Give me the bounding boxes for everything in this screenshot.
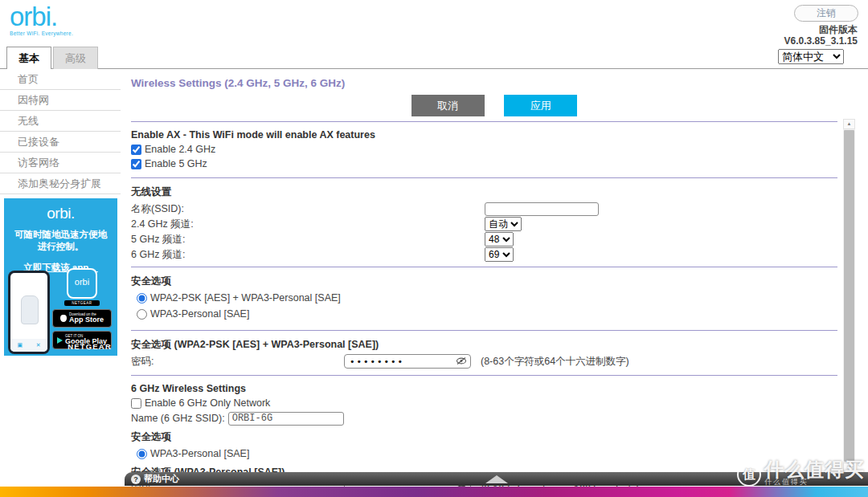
sidebar: 首页 因特网 无线 已接设备 访客网络 添加奥秘分身扩展 orbi. 可随时随地… bbox=[0, 69, 121, 486]
wireless-settings-form: Enable AX - This WiFi mode will enable A… bbox=[131, 121, 837, 497]
tab-advanced[interactable]: 高级 bbox=[53, 47, 98, 69]
channel-5-row: 5 GHz 频道: 48 bbox=[131, 232, 837, 246]
promo-text: 可随时随地迅速方便地 进行控制。 bbox=[4, 229, 117, 253]
scrollbar-thumb[interactable] bbox=[844, 130, 854, 462]
app-store-badge[interactable]: Download on the App Store bbox=[52, 309, 112, 328]
tab-bar: 基本高级 简体中文 bbox=[0, 46, 868, 69]
wpa2-wpa3-radio[interactable] bbox=[137, 293, 147, 303]
firmware-version: V6.0.3.85_3.1.15 bbox=[784, 35, 858, 47]
orbi-app-promo-banner: orbi. 可随时随地迅速方便地 进行控制。 立即下载该 app。 ▣✕ orb… bbox=[4, 198, 117, 356]
tab-basic[interactable]: 基本 bbox=[6, 47, 51, 70]
6ghz-only-row: Enable 6 GHz Only Network bbox=[131, 397, 837, 409]
page-title: Wireless Settings (2.4 GHz, 5 GHz, 6 GHz… bbox=[131, 77, 868, 89]
sidebar-item-internet[interactable]: 因特网 bbox=[0, 90, 121, 111]
orbi-logo-text: orbi. bbox=[10, 3, 73, 31]
6ghz-wpa3-radio-row: WPA3-Personal [SAE] bbox=[137, 446, 837, 461]
6ghz-security-heading: 安全选项 bbox=[131, 430, 837, 444]
channel-24-select[interactable]: 自动 bbox=[485, 217, 522, 231]
orbi-app-icon: orbi bbox=[67, 268, 97, 299]
scroll-to-top-icon[interactable] bbox=[485, 475, 508, 483]
sidebar-item-home[interactable]: 首页 bbox=[0, 69, 121, 90]
sidebar-item-guest-network[interactable]: 访客网络 bbox=[0, 153, 121, 173]
firmware-label: 固件版本 bbox=[784, 24, 858, 35]
question-mark-icon: ? bbox=[131, 475, 141, 484]
6ghz-ssid-input[interactable] bbox=[228, 412, 344, 426]
6ghz-wpa3-radio[interactable] bbox=[137, 449, 147, 459]
netgear-brand: NETGEAR bbox=[68, 342, 112, 351]
logout-button[interactable]: 注销 bbox=[794, 5, 858, 22]
enable-5ghz-checkbox[interactable] bbox=[131, 159, 141, 169]
promo-orbi-logo: orbi. bbox=[4, 205, 117, 222]
google-play-icon bbox=[57, 337, 63, 344]
help-bar: ? 帮助中心 bbox=[125, 472, 868, 486]
help-center-label: 帮助中心 bbox=[144, 473, 179, 485]
orbi-logo: orbi. Better WiFi. Everywhere. bbox=[10, 3, 73, 36]
wpa2-password-heading: 安全选项 (WPA2-PSK [AES] + WPA3-Personal [SA… bbox=[131, 338, 837, 352]
scrollbar-up-icon[interactable]: ▲ bbox=[843, 119, 855, 129]
enable-5ghz-row: Enable 5 GHz bbox=[131, 157, 837, 170]
wpa3-radio-row: WPA3-Personal [SAE] bbox=[137, 307, 837, 321]
channel-5-label: 5 GHz 频道: bbox=[131, 233, 485, 246]
password-visibility-icon[interactable] bbox=[456, 356, 467, 368]
enable-ax-heading: Enable AX - This WiFi mode will enable A… bbox=[131, 129, 837, 141]
header: orbi. Better WiFi. Everywhere. 注销 固件版本 V… bbox=[0, 0, 868, 46]
divider bbox=[131, 177, 837, 178]
wpa2-wpa3-radio-row: WPA2-PSK [AES] + WPA3-Personal [SAE] bbox=[137, 291, 837, 305]
firmware-info: 固件版本 V6.0.3.85_3.1.15 bbox=[784, 24, 858, 47]
6ghz-ssid-label: Name (6 GHz SSID): bbox=[131, 413, 225, 424]
phone-illustration: ▣✕ bbox=[8, 271, 50, 354]
logo-tagline: Better WiFi. Everywhere. bbox=[10, 31, 73, 36]
channel-6-select[interactable]: 69 bbox=[485, 247, 514, 262]
divider bbox=[131, 330, 837, 331]
sidebar-item-wireless[interactable]: 无线 bbox=[0, 111, 121, 132]
ssid-input[interactable] bbox=[485, 202, 599, 216]
apple-icon bbox=[60, 315, 67, 322]
cancel-button[interactable]: 取消 bbox=[411, 95, 485, 116]
divider bbox=[131, 375, 837, 376]
channel-6-label: 6 GHz 频道: bbox=[131, 248, 485, 262]
help-center-button[interactable]: ? 帮助中心 bbox=[131, 473, 179, 485]
apply-button[interactable]: 应用 bbox=[504, 95, 577, 116]
channel-5-select[interactable]: 48 bbox=[485, 232, 514, 246]
wireless-settings-heading: 无线设置 bbox=[131, 185, 837, 199]
password1-label: 密码: bbox=[131, 355, 344, 369]
app-icon-netgear-label: NETGEAR bbox=[64, 300, 100, 306]
divider bbox=[131, 267, 837, 267]
6ghz-ssid-row: Name (6 GHz SSID): bbox=[131, 411, 837, 426]
channel-6-row: 6 GHz 频道: 69 bbox=[131, 247, 837, 262]
channel-24-row: 2.4 GHz 频道: 自动 bbox=[131, 217, 837, 231]
6ghz-only-checkbox[interactable] bbox=[131, 398, 141, 409]
promo-bottom: ▣✕ orbi NETGEAR Download on the App Stor… bbox=[4, 266, 117, 356]
divider bbox=[131, 121, 837, 122]
ssid-label: 名称(SSID): bbox=[131, 202, 485, 216]
sidebar-item-attached-devices[interactable]: 已接设备 bbox=[0, 132, 121, 153]
channel-24-label: 2.4 GHz 频道: bbox=[131, 218, 485, 231]
main-content: Wireless Settings (2.4 GHz, 5 GHz, 6 GHz… bbox=[121, 69, 868, 472]
enable-24ghz-checkbox[interactable] bbox=[131, 145, 141, 155]
password1-input[interactable] bbox=[344, 354, 471, 369]
ssid-row: 名称(SSID): bbox=[131, 202, 837, 216]
rainbow-footer-stripe bbox=[0, 487, 868, 497]
password1-row: 密码: (8-63个字符或64个十六进制数字) bbox=[131, 354, 837, 369]
language-select[interactable]: 简体中文 bbox=[778, 49, 844, 64]
security-options-heading: 安全选项 bbox=[131, 275, 837, 288]
content-scrollbar[interactable]: ▲ ▼ bbox=[843, 119, 855, 473]
enable-24ghz-row: Enable 2.4 GHz bbox=[131, 143, 837, 156]
6ghz-settings-heading: 6 GHz Wireless Settings bbox=[131, 383, 837, 394]
password1-hint: (8-63个字符或64个十六进制数字) bbox=[481, 355, 629, 369]
sidebar-item-add-satellite[interactable]: 添加奥秘分身扩展 bbox=[0, 173, 121, 194]
wpa3-radio[interactable] bbox=[137, 309, 147, 320]
action-buttons: 取消 应用 bbox=[121, 95, 868, 116]
router-illustration bbox=[21, 295, 39, 324]
